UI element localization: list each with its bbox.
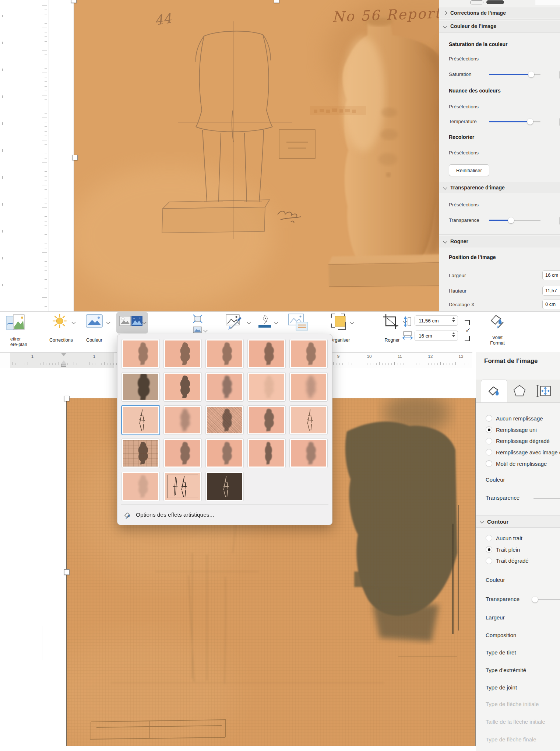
artistic-effect-thumb[interactable] bbox=[122, 373, 159, 401]
chevron-down-icon[interactable] bbox=[106, 320, 110, 324]
rogner-label[interactable]: Rogner bbox=[379, 338, 405, 343]
compress-picture-icon[interactable] bbox=[193, 314, 202, 323]
selection-handle-top-left[interactable] bbox=[71, 0, 77, 3]
slider-knob[interactable] bbox=[528, 71, 534, 77]
artistic-effects-options-item[interactable]: Options des effets artistiques... bbox=[123, 507, 214, 522]
chevron-down-icon[interactable] bbox=[350, 320, 354, 324]
artistic-effect-thumb[interactable] bbox=[206, 472, 243, 501]
transparency-slider[interactable] bbox=[489, 220, 540, 221]
stepper[interactable] bbox=[452, 332, 455, 337]
crop-width-field[interactable]: 16 cm bbox=[415, 331, 458, 341]
selection-handle-top-left[interactable] bbox=[64, 396, 70, 401]
indent-marker-square[interactable] bbox=[61, 364, 66, 367]
section-rogner[interactable]: Rogner bbox=[439, 236, 560, 247]
radio-unselected[interactable] bbox=[486, 415, 492, 422]
radio-unselected[interactable] bbox=[486, 558, 492, 564]
tab-size-position[interactable] bbox=[536, 384, 552, 398]
stepper[interactable] bbox=[452, 317, 455, 322]
selection-handle-top-center[interactable] bbox=[274, 0, 279, 3]
artistic-effect-thumb[interactable] bbox=[206, 439, 243, 468]
selection-handle-left-middle[interactable] bbox=[64, 569, 70, 575]
section-contour[interactable]: Contour bbox=[476, 515, 560, 528]
artistic-effect-thumb[interactable] bbox=[248, 373, 285, 401]
artistic-effect-thumb[interactable] bbox=[122, 439, 159, 468]
artistic-effect-thumb[interactable] bbox=[164, 373, 201, 401]
artistic-effect-thumb[interactable] bbox=[248, 439, 285, 468]
artistic-effect-thumb[interactable] bbox=[248, 406, 285, 434]
line-option[interactable]: Trait dégradé bbox=[486, 555, 529, 566]
alt-text-icon[interactable] bbox=[288, 313, 309, 331]
fill-option[interactable]: Aucun remplissage bbox=[486, 413, 560, 424]
line-transparency-knob[interactable] bbox=[532, 597, 538, 602]
artistic-effect-thumb[interactable] bbox=[290, 439, 327, 468]
arrow-property-label-disabled: Type de flèche initiale bbox=[486, 701, 539, 708]
ruler-number: 13 bbox=[457, 354, 465, 359]
slider-knob[interactable] bbox=[508, 217, 514, 223]
tab-fill[interactable] bbox=[481, 380, 507, 402]
crop-icon[interactable] bbox=[382, 313, 400, 330]
radio-unselected[interactable] bbox=[486, 535, 492, 541]
artistic-effect-thumb[interactable] bbox=[164, 439, 201, 468]
pane-toolbar-button-active[interactable] bbox=[486, 0, 504, 4]
chevron-down-icon[interactable] bbox=[71, 320, 75, 324]
format-pane-bucket-icon[interactable] bbox=[488, 312, 505, 329]
radio-unselected[interactable] bbox=[486, 438, 492, 444]
artistic-effect-thumb[interactable] bbox=[290, 339, 327, 368]
artistic-effect-thumb[interactable] bbox=[164, 339, 201, 368]
artistic-effect-thumb[interactable] bbox=[122, 406, 159, 434]
picture-style-brush-icon[interactable] bbox=[225, 313, 244, 331]
indent-marker-bottom[interactable] bbox=[61, 360, 66, 364]
arrange-squares-icon[interactable] bbox=[330, 312, 349, 331]
check-icon[interactable]: ✓ bbox=[465, 326, 471, 334]
radio-unselected[interactable] bbox=[486, 449, 492, 455]
artistic-effect-thumb[interactable] bbox=[290, 373, 327, 401]
crop-width-field[interactable]: 16 cm bbox=[542, 270, 560, 280]
artistic-effect-thumb[interactable] bbox=[164, 406, 201, 434]
radio-unselected[interactable] bbox=[486, 460, 492, 467]
sun-icon[interactable] bbox=[52, 313, 68, 329]
color-picture-icon[interactable] bbox=[85, 314, 103, 329]
volet-format-label[interactable]: VoletFormat bbox=[485, 335, 510, 346]
saturation-slider[interactable] bbox=[489, 74, 540, 75]
remove-background-icon[interactable] bbox=[6, 314, 25, 331]
line-option[interactable]: Aucun trait bbox=[486, 532, 529, 544]
crop-height-field[interactable]: 11,57 bbox=[542, 286, 560, 296]
section-transparence-image[interactable]: Transparence d’image bbox=[439, 182, 560, 193]
line-option[interactable]: Trait plein bbox=[486, 544, 529, 555]
section-corrections[interactable]: Corrections de l’image bbox=[439, 7, 560, 18]
fill-option[interactable]: Remplissage avec image ou texture bbox=[486, 447, 560, 458]
artistic-effect-thumb[interactable] bbox=[206, 339, 243, 368]
chevron-down-icon[interactable] bbox=[274, 320, 278, 324]
crop-offsetx-field[interactable]: 0 cm bbox=[542, 300, 560, 309]
artistic-effect-thumb[interactable] bbox=[122, 472, 159, 501]
reset-picture-icon[interactable] bbox=[193, 326, 202, 333]
artistic-effect-thumb[interactable] bbox=[290, 406, 327, 434]
chevron-down-icon[interactable] bbox=[203, 328, 207, 332]
chevron-down-icon[interactable] bbox=[247, 320, 251, 324]
fill-option[interactable]: Remplissage dégradé bbox=[486, 435, 560, 447]
corrections-label[interactable]: Corrections bbox=[43, 338, 79, 343]
slider-knob[interactable] bbox=[527, 119, 533, 125]
fill-option[interactable]: Motif de remplissage bbox=[486, 458, 560, 469]
reset-button[interactable]: Réinitialiser bbox=[449, 164, 489, 176]
artistic-effect-thumb[interactable] bbox=[122, 339, 159, 368]
artistic-effect-thumb[interactable] bbox=[206, 373, 243, 401]
fill-transparency-slider[interactable] bbox=[533, 498, 560, 499]
indent-marker-top[interactable] bbox=[61, 353, 66, 356]
temperature-slider[interactable] bbox=[489, 121, 540, 122]
artistic-effect-thumb[interactable] bbox=[206, 406, 243, 434]
radio-selected[interactable] bbox=[486, 426, 492, 433]
couleur-label[interactable]: Couleur bbox=[82, 338, 106, 343]
crop-height-field[interactable]: 11,56 cm bbox=[415, 315, 458, 326]
artistic-effect-thumb[interactable] bbox=[248, 339, 285, 368]
tab-shape[interactable] bbox=[512, 384, 527, 398]
remove-background-label[interactable]: etirerère-plan bbox=[10, 336, 27, 347]
artistic-effect-thumb[interactable] bbox=[164, 472, 201, 501]
pane-toolbar-button[interactable] bbox=[470, 0, 483, 4]
pen-border-icon[interactable] bbox=[257, 314, 273, 330]
selected-picture-original[interactable]: No 56 Report No 2. 44 bbox=[74, 0, 439, 311]
radio-selected[interactable] bbox=[486, 546, 492, 553]
selection-handle-left-middle[interactable] bbox=[72, 155, 78, 160]
fill-option[interactable]: Remplissage uni bbox=[486, 424, 560, 436]
section-couleur[interactable]: Couleur de l’image bbox=[439, 21, 560, 32]
